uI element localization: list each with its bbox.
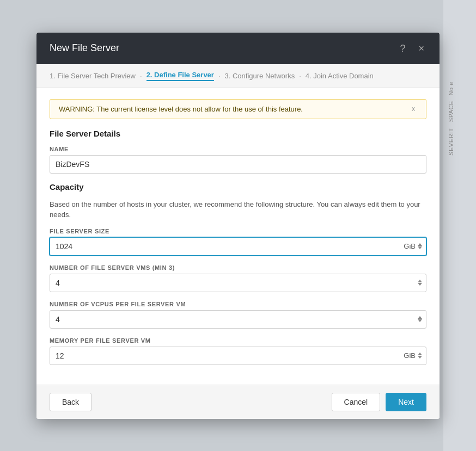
num-vcpus-spinner-down-icon[interactable]	[418, 319, 422, 322]
help-button[interactable]: ?	[398, 42, 407, 54]
num-vcpus-spinner-up-icon[interactable]	[418, 316, 422, 319]
step-sep-3: ·	[299, 72, 301, 80]
memory-input-wrapper: GiB	[50, 347, 426, 365]
num-vms-label: NUMBER OF FILE SERVER VMS (MIN 3)	[50, 264, 426, 271]
memory-input[interactable]	[50, 347, 426, 365]
memory-spinner-up-icon[interactable]	[418, 353, 422, 355]
file-server-size-group: FILE SERVER SIZE GiB	[50, 228, 426, 256]
spinner-down-icon[interactable]	[418, 246, 422, 249]
num-vms-input-wrapper	[50, 274, 426, 292]
file-server-size-label: FILE SERVER SIZE	[50, 228, 426, 234]
num-vms-input[interactable]	[50, 274, 426, 292]
capacity-section: Capacity Based on the number of hosts in…	[50, 182, 426, 365]
num-vcpus-label: NUMBER OF VCPUS PER FILE SERVER VM	[50, 301, 426, 307]
num-vms-suffix	[418, 280, 422, 286]
modal-dialog: New File Server ? × 1. File Server Tech …	[36, 33, 440, 419]
capacity-description: Based on the number of hosts in your clu…	[50, 199, 426, 220]
steps-nav: 1. File Server Tech Preview · 2. Define …	[36, 64, 440, 88]
step-1[interactable]: 1. File Server Tech Preview	[50, 72, 136, 80]
memory-label: MEMORY PER FILE SERVER VM	[50, 337, 426, 344]
num-vcpus-group: NUMBER OF VCPUS PER FILE SERVER VM	[50, 301, 426, 329]
cancel-button[interactable]: Cancel	[332, 393, 381, 411]
num-vcpus-input[interactable]	[50, 310, 426, 329]
file-server-details-title: File Server Details	[50, 129, 426, 138]
warning-text: WARNING: The current license level does …	[59, 105, 303, 113]
modal-title: New File Server	[50, 42, 119, 54]
num-vcpus-input-wrapper	[50, 310, 426, 329]
num-vms-spinner[interactable]	[418, 280, 422, 286]
back-button[interactable]: Back	[50, 393, 91, 411]
num-vms-group: NUMBER OF FILE SERVER VMS (MIN 3)	[50, 264, 426, 292]
step-sep-2: ·	[218, 72, 221, 80]
name-label: NAME	[50, 146, 426, 152]
step-2[interactable]: 2. Define File Server	[147, 71, 214, 81]
next-button[interactable]: Next	[386, 393, 426, 411]
num-vcpus-spinner[interactable]	[418, 316, 422, 322]
num-vcpus-suffix	[418, 316, 422, 322]
file-server-size-spinner[interactable]	[418, 243, 422, 249]
modal-header: New File Server ? ×	[36, 33, 440, 64]
spinner-up-icon[interactable]	[418, 243, 422, 246]
name-input[interactable]	[50, 155, 426, 174]
step-4[interactable]: 4. Join Active Domain	[306, 72, 374, 80]
warning-banner: WARNING: The current license level does …	[50, 99, 426, 119]
memory-spinner-down-icon[interactable]	[418, 356, 422, 359]
footer-right-actions: Cancel Next	[332, 393, 426, 411]
file-server-size-input[interactable]	[50, 237, 426, 256]
num-vms-spinner-up-icon[interactable]	[418, 280, 422, 282]
modal-header-actions: ? ×	[398, 42, 426, 54]
name-field-group: NAME	[50, 146, 426, 174]
warning-close-button[interactable]: x	[410, 105, 417, 113]
modal-footer: Back Cancel Next	[36, 385, 440, 419]
num-vms-spinner-down-icon[interactable]	[418, 283, 422, 286]
file-server-size-input-wrapper: GiB	[50, 237, 426, 256]
modal-body: WARNING: The current license level does …	[36, 88, 440, 385]
step-3[interactable]: 3. Configure Networks	[225, 72, 295, 80]
capacity-title: Capacity	[50, 182, 426, 191]
close-button[interactable]: ×	[416, 42, 426, 54]
step-sep-1: ·	[140, 72, 142, 80]
memory-spinner[interactable]	[418, 353, 422, 359]
memory-group: MEMORY PER FILE SERVER VM GiB	[50, 337, 426, 365]
